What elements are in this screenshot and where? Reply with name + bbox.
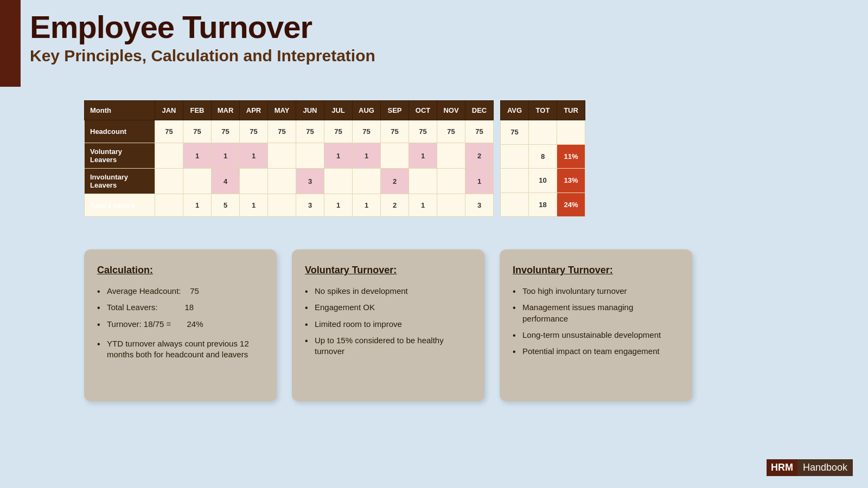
main-title: Employee Turnover — [30, 10, 375, 44]
table-row: VoluntaryLeavers 1 1 1 1 1 1 2 — [85, 143, 494, 169]
cell: 75 — [437, 120, 465, 143]
cell-tur: 11% — [557, 144, 585, 169]
cell: 4 — [212, 169, 240, 194]
cell — [437, 169, 465, 194]
cell: 3 — [296, 194, 324, 217]
row-label-involuntary: InvoluntaryLeavers — [85, 169, 155, 194]
cell-tot: 18 — [529, 192, 557, 217]
cell: 1 — [240, 194, 268, 217]
cell: 75 — [268, 120, 296, 143]
list-item: YTD turnover always count previous 12 mo… — [97, 338, 261, 361]
col-header-aug: AUG — [353, 101, 381, 120]
col-header-tot: TOT — [529, 101, 557, 120]
cell — [240, 169, 268, 194]
handbook-text: Handbook — [797, 459, 853, 476]
calc-label: Total Leavers: — [107, 303, 157, 312]
info-boxes: Calculation: Average Headcount: 75 Total… — [84, 249, 692, 401]
cell-avg: 75 — [501, 120, 529, 145]
row-label-voluntary: VoluntaryLeavers — [85, 143, 155, 169]
col-header-sep: SEP — [381, 101, 409, 120]
main-table: Month JAN FEB MAR APR MAY JUN JUL AUG SE… — [84, 100, 494, 217]
list-item: Too high involuntary turnover — [513, 286, 677, 297]
calc-label: Average Headcount: — [107, 286, 181, 296]
cell: 1 — [353, 194, 381, 217]
table-row: Total Leavers 1 5 1 3 1 1 2 1 3 — [85, 194, 494, 217]
cell — [155, 194, 183, 217]
calculation-list: Average Headcount: 75 Total Leavers: 18 … — [97, 286, 261, 360]
summary-row: 10 13% — [501, 169, 585, 193]
cell — [437, 194, 465, 217]
cell: 1 — [324, 194, 353, 217]
cell: 1 — [465, 169, 494, 194]
list-item: Average Headcount: 75 — [97, 286, 261, 297]
cell: 3 — [296, 169, 324, 194]
voluntary-box: Voluntary Turnover: No spikes in develop… — [292, 249, 484, 401]
cell-tot: 8 — [529, 144, 557, 169]
cell: 1 — [212, 143, 240, 169]
voluntary-title: Voluntary Turnover: — [305, 265, 469, 276]
cell-avg — [501, 169, 529, 193]
cell — [155, 143, 183, 169]
cell-tot — [529, 120, 557, 145]
cell: 1 — [183, 143, 212, 169]
calculation-title: Calculation: — [97, 265, 261, 276]
col-header-nov: NOV — [437, 101, 465, 120]
sub-title: Key Principles, Calculation and Intepret… — [30, 47, 375, 65]
calc-value: 75 — [190, 286, 199, 296]
row-label-headcount: Headcount — [85, 120, 155, 143]
summary-table: AVG TOT TUR 75 8 11% 10 13% — [500, 100, 585, 217]
col-header-jul: JUL — [324, 101, 353, 120]
cell — [268, 143, 296, 169]
cell: 75 — [353, 120, 381, 143]
calc-note: YTD turnover always count previous 12 mo… — [107, 339, 249, 359]
col-header-mar: MAR — [212, 101, 240, 120]
cell: 1 — [409, 194, 437, 217]
cell — [155, 169, 183, 194]
col-header-feb: FEB — [183, 101, 212, 120]
cell: 1 — [240, 143, 268, 169]
cell — [183, 169, 212, 194]
cell-tur: 13% — [557, 169, 585, 193]
voluntary-list: No spikes in development Engagement OK L… — [305, 286, 469, 357]
cell-tot: 10 — [529, 169, 557, 193]
cell-tur: 24% — [557, 192, 585, 217]
cell: 1 — [324, 143, 353, 169]
table-row: Headcount 75 75 75 75 75 75 75 75 75 75 … — [85, 120, 494, 143]
cell — [268, 194, 296, 217]
summary-row: 18 24% — [501, 192, 585, 217]
involuntary-list: Too high involuntary turnover Management… — [513, 286, 677, 357]
col-header-jun: JUN — [296, 101, 324, 120]
col-header-tur: TUR — [557, 101, 585, 120]
table-row: InvoluntaryLeavers 4 3 2 1 — [85, 169, 494, 194]
cell — [437, 143, 465, 169]
col-header-jan: JAN — [155, 101, 183, 120]
cell: 2 — [381, 169, 409, 194]
cell: 75 — [465, 120, 494, 143]
cell: 75 — [324, 120, 353, 143]
list-item: Total Leavers: 18 — [97, 302, 261, 313]
summary-row: 8 11% — [501, 144, 585, 169]
header-section: Employee Turnover Key Principles, Calcul… — [30, 10, 375, 65]
cell: 75 — [240, 120, 268, 143]
row-label-total: Total Leavers — [85, 194, 155, 217]
summary-row: 75 — [501, 120, 585, 145]
cell: 2 — [465, 143, 494, 169]
cell — [381, 143, 409, 169]
list-item: Long-term unsustainable development — [513, 330, 677, 341]
hrm-logo: HRM Handbook — [767, 459, 853, 476]
calculation-box: Calculation: Average Headcount: 75 Total… — [84, 249, 277, 401]
col-header-avg: AVG — [501, 101, 529, 120]
cell-avg — [501, 192, 529, 217]
cell — [296, 143, 324, 169]
cell: 75 — [212, 120, 240, 143]
cell: 75 — [409, 120, 437, 143]
list-item: Up to 15% considered to be healthy turno… — [305, 335, 469, 357]
cell: 5 — [212, 194, 240, 217]
cell: 75 — [296, 120, 324, 143]
list-item: Engagement OK — [305, 302, 469, 313]
cell: 75 — [155, 120, 183, 143]
cell — [353, 169, 381, 194]
hrm-text: HRM — [767, 459, 797, 476]
cell-avg — [501, 144, 529, 169]
calc-label: Turnover: 18/75 = — [107, 319, 171, 329]
